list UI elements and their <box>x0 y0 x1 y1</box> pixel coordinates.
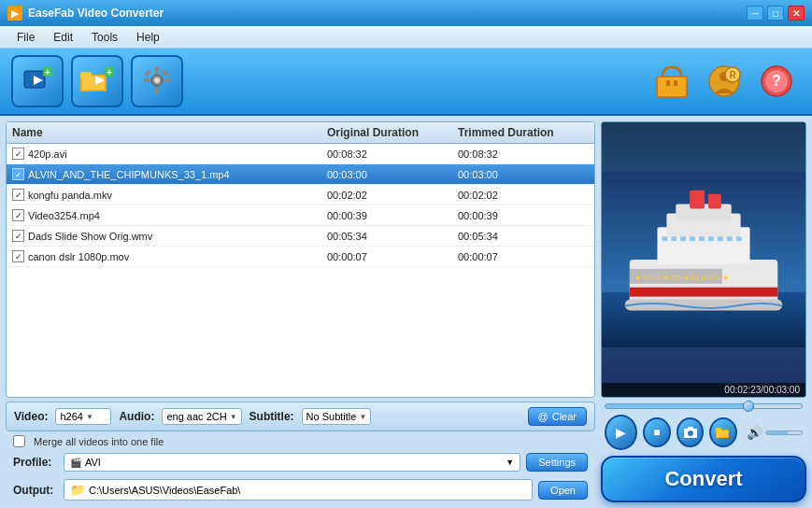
svg-rect-40 <box>680 236 686 241</box>
folder-open-button[interactable] <box>709 417 737 447</box>
add-video-button[interactable]: + <box>11 55 64 107</box>
svg-rect-14 <box>143 78 150 82</box>
file-row[interactable]: canon dslr 1080p.mov 00:00:07 00:00:07 <box>7 247 594 267</box>
header-trimmed: Trimmed Duration <box>458 126 589 139</box>
subtitle-arrow: ▼ <box>359 413 366 421</box>
svg-text:R: R <box>729 70 736 80</box>
svg-rect-51 <box>688 427 693 430</box>
folder-icon: 📁 <box>70 483 85 497</box>
player-controls: ▶ ■ 🔊 <box>601 415 806 450</box>
add-folder-button[interactable]: + <box>71 55 123 107</box>
profile-settings-button[interactable]: Settings <box>526 453 588 472</box>
svg-rect-43 <box>708 236 714 241</box>
video-select[interactable]: h264 ▼ <box>55 408 111 425</box>
svg-rect-42 <box>699 236 705 241</box>
svg-rect-36 <box>690 190 705 209</box>
stop-button[interactable]: ■ <box>643 417 671 447</box>
file-original-duration: 00:08:32 <box>327 148 458 160</box>
file-checkbox[interactable] <box>12 209 24 221</box>
app-icon: ▶ <box>7 6 22 21</box>
svg-rect-45 <box>727 236 733 241</box>
file-trimmed-duration: 00:00:39 <box>458 210 589 221</box>
toolbar-right: R ? <box>651 61 797 102</box>
merge-checkbox[interactable] <box>13 435 25 447</box>
menu-edit[interactable]: Edit <box>44 29 82 46</box>
audio-arrow: ▼ <box>230 413 237 421</box>
file-row[interactable]: Video3254.mp4 00:00:39 00:00:39 <box>7 205 594 226</box>
svg-rect-18 <box>657 77 687 97</box>
output-bar: Output: 📁 C:\Users\ASUS\Videos\EaseFab\ … <box>6 477 595 502</box>
right-panel: ★SHIP★RO★BLARIN★ 00:02:23/00:03:00 ▶ ■ <box>601 121 806 502</box>
register-button[interactable]: R <box>704 61 745 102</box>
audio-select[interactable]: eng aac 2CH ▼ <box>162 408 241 425</box>
file-row[interactable]: kongfu panda.mkv 00:02:02 00:02:02 <box>7 185 594 205</box>
minimize-button[interactable]: ─ <box>747 6 763 21</box>
open-button[interactable]: Open <box>538 481 588 500</box>
volume-slider[interactable] <box>765 430 803 435</box>
file-original-duration: 00:03:00 <box>327 169 458 180</box>
window-controls: ─ □ ✕ <box>747 6 805 21</box>
svg-rect-46 <box>736 236 742 241</box>
file-row[interactable]: 420p.avi 00:08:32 00:08:32 <box>7 144 594 164</box>
file-trimmed-duration: 00:05:34 <box>458 231 589 242</box>
clear-button[interactable]: @ Clear <box>528 407 587 426</box>
format-bar: Video: h264 ▼ Audio: eng aac 2CH ▼ Subti… <box>6 402 595 431</box>
file-checkbox[interactable] <box>12 168 24 180</box>
help-button[interactable]: ? <box>756 61 797 102</box>
profile-select[interactable]: 🎬 AVI ▼ <box>64 453 520 472</box>
svg-rect-13 <box>155 87 159 94</box>
svg-point-11 <box>154 78 160 83</box>
subtitle-select[interactable]: No Subtitle ▼ <box>302 408 372 425</box>
svg-text:★SHIP★RO★BLARIN★: ★SHIP★RO★BLARIN★ <box>634 274 731 282</box>
profile-dropdown-arrow[interactable]: ▼ <box>506 458 514 467</box>
close-button[interactable]: ✕ <box>788 6 805 21</box>
menu-tools[interactable]: Tools <box>82 29 127 46</box>
svg-rect-54 <box>717 430 728 437</box>
clear-icon: @ <box>538 411 548 422</box>
svg-rect-15 <box>164 78 171 82</box>
file-list-container: Name Original Duration Trimmed Duration … <box>6 121 595 398</box>
menu-file[interactable]: File <box>7 29 44 46</box>
file-trimmed-duration: 00:08:32 <box>458 148 589 160</box>
file-name: 420p.avi <box>28 148 67 160</box>
file-checkbox[interactable] <box>12 230 24 242</box>
maximize-button[interactable]: □ <box>767 6 784 21</box>
file-row[interactable]: ALVIN_AND_THE_CHIPMUNKS_33_1.mp4 00:03:0… <box>7 164 594 185</box>
progress-track[interactable] <box>605 403 803 409</box>
volume-icon[interactable]: 🔊 <box>747 425 762 440</box>
convert-button[interactable]: Convert <box>601 456 806 502</box>
svg-rect-32 <box>630 288 778 297</box>
snapshot-button[interactable] <box>677 417 705 447</box>
file-checkbox[interactable] <box>12 250 24 262</box>
file-original-duration: 00:02:02 <box>327 190 458 201</box>
settings-button[interactable] <box>131 55 183 107</box>
shop-button[interactable] <box>651 61 692 102</box>
file-checkbox[interactable] <box>12 148 24 160</box>
app-title: EaseFab Video Converter <box>28 7 747 20</box>
file-checkbox[interactable] <box>12 189 24 201</box>
play-button[interactable]: ▶ <box>605 415 637 450</box>
menu-help[interactable]: Help <box>127 29 169 46</box>
svg-rect-39 <box>671 236 677 241</box>
file-name: kongfu panda.mkv <box>28 190 112 201</box>
file-row[interactable]: Dads Slide Show Orig.wmv 00:05:34 00:05:… <box>7 226 594 247</box>
audio-label: Audio: <box>119 410 154 423</box>
profile-label: Profile: <box>13 456 58 469</box>
output-path[interactable]: 📁 C:\Users\ASUS\Videos\EaseFab\ <box>64 479 533 501</box>
progress-thumb[interactable] <box>743 401 754 412</box>
preview-area: ★SHIP★RO★BLARIN★ 00:02:23/00:03:00 <box>601 121 806 398</box>
svg-rect-37 <box>708 194 721 209</box>
video-label: Video: <box>14 410 48 423</box>
merge-bar: Merge all videos into one file <box>6 435 595 447</box>
preview-image: ★SHIP★RO★BLARIN★ <box>602 122 805 397</box>
preview-timestamp: 00:02:23/00:03:00 <box>602 383 805 397</box>
file-trimmed-duration: 00:03:00 <box>458 169 589 180</box>
svg-point-50 <box>688 430 693 436</box>
file-trimmed-duration: 00:00:07 <box>458 251 589 262</box>
file-list-body: 420p.avi 00:08:32 00:08:32 ALVIN_AND_THE… <box>7 144 594 267</box>
file-original-duration: 00:05:34 <box>327 231 458 242</box>
header-name: Name <box>12 126 327 139</box>
profile-icon: 🎬 <box>70 458 81 468</box>
file-name: Video3254.mp4 <box>28 210 100 221</box>
volume-area: 🔊 <box>747 425 803 440</box>
